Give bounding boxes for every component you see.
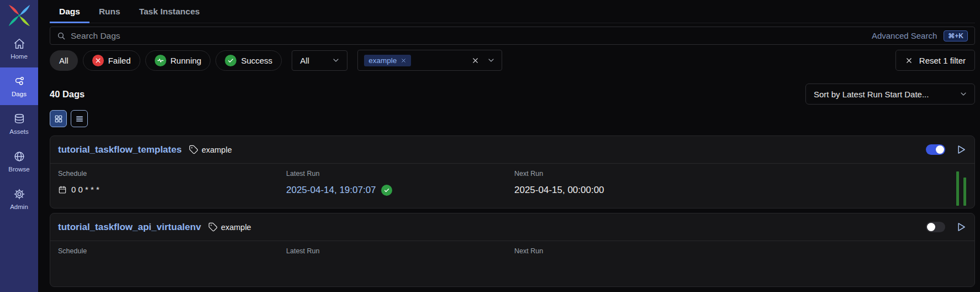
- selected-tag-label: example: [368, 56, 397, 65]
- remove-tag-icon[interactable]: [401, 58, 407, 64]
- filter-chip-label: Running: [171, 56, 202, 65]
- play-icon: [955, 221, 967, 233]
- run-bar[interactable]: [963, 178, 966, 206]
- dag-enabled-toggle[interactable]: [926, 222, 945, 232]
- grid-view-icon: [54, 114, 63, 123]
- tab-dags[interactable]: Dags: [50, 7, 89, 23]
- dag-card-body: Schedule 0 0 * * * Latest Run 2025-04-14…: [50, 164, 974, 208]
- filter-chip-label: Failed: [108, 56, 131, 65]
- run-history-bars: [956, 171, 966, 206]
- state-filter-value: All: [300, 56, 309, 65]
- tag-filter-multiselect[interactable]: example: [357, 50, 502, 71]
- tab-runs[interactable]: Runs: [89, 7, 130, 23]
- tag-icon: [208, 222, 218, 232]
- filters-row: All Failed Running Success All example: [50, 50, 975, 71]
- sort-select[interactable]: Sort by Latest Run Start Date...: [805, 84, 975, 105]
- airflow-app: Home Dags Assets Browse Admin Dags Runs …: [0, 0, 980, 292]
- dag-tag-label: example: [221, 223, 251, 232]
- dag-card-header: tutorial_taskflow_templates example: [50, 136, 974, 164]
- clear-tags-icon[interactable]: [471, 56, 480, 65]
- dag-title-link[interactable]: tutorial_taskflow_api_virtualenv: [58, 222, 201, 233]
- sidebar-item-label: Assets: [9, 128, 29, 135]
- search-icon: [57, 32, 66, 40]
- close-icon: [905, 56, 913, 65]
- reset-filters-label: Reset 1 filter: [919, 56, 966, 65]
- shortcut-badge: ⌘+K: [944, 30, 968, 41]
- chevron-down-icon: [959, 90, 968, 98]
- sidebar-item-label: Home: [10, 53, 28, 60]
- filter-chip-label: Success: [241, 56, 272, 65]
- filter-chip-all[interactable]: All: [50, 50, 78, 71]
- latest-run-column: Latest Run 2025-04-14, 19:07:07: [286, 170, 514, 204]
- schedule-label: Schedule: [58, 247, 286, 255]
- dag-card-actions: [926, 144, 967, 155]
- dag-card: tutorial_taskflow_templates example Sche…: [50, 135, 975, 208]
- multiselect-controls: [471, 56, 496, 65]
- airflow-logo-icon[interactable]: [7, 3, 32, 28]
- reset-filters-button[interactable]: Reset 1 filter: [895, 50, 975, 71]
- sidebar-item-home[interactable]: Home: [0, 30, 38, 67]
- tag-icon: [189, 145, 198, 154]
- selected-tag-pill[interactable]: example: [364, 55, 411, 66]
- trigger-dag-button[interactable]: [955, 221, 967, 233]
- toggle-knob: [927, 223, 935, 231]
- schedule-column: Schedule 0 0 * * *: [58, 170, 286, 204]
- next-run-label: Next Run: [514, 170, 742, 178]
- globe-icon: [13, 150, 25, 163]
- success-status-icon: [381, 185, 392, 196]
- database-icon: [13, 113, 25, 125]
- filter-chip-failed[interactable]: Failed: [83, 50, 140, 71]
- list-view-icon: [75, 114, 84, 123]
- sidebar-item-admin[interactable]: Admin: [0, 180, 38, 218]
- advanced-search-link[interactable]: Advanced Search: [872, 31, 937, 40]
- schedule-value: 0 0 * * *: [58, 185, 99, 194]
- sidebar-item-label: Admin: [10, 204, 28, 210]
- next-run-value: 2025-04-15, 00:00:00: [514, 185, 604, 196]
- sidebar-item-dags[interactable]: Dags: [0, 67, 38, 105]
- search-right: Advanced Search ⌘+K: [872, 30, 968, 41]
- view-toggle-group: [50, 110, 975, 127]
- top-tabs: Dags Runs Task Instances: [50, 0, 975, 23]
- next-run-column: Next Run 2025-04-15, 00:00:00: [514, 170, 742, 204]
- sort-select-value: Sort by Latest Run Start Date...: [814, 90, 929, 99]
- dag-card-header: tutorial_taskflow_api_virtualenv example: [50, 213, 974, 241]
- dag-count: 40 Dags: [50, 89, 85, 100]
- run-bar[interactable]: [956, 171, 959, 206]
- success-status-icon: [225, 55, 236, 66]
- dag-card-actions: [926, 221, 967, 233]
- search-bar[interactable]: Search Dags Advanced Search ⌘+K: [50, 27, 975, 45]
- main-content: Dags Runs Task Instances Search Dags Adv…: [38, 0, 980, 292]
- failed-status-icon: [92, 55, 104, 66]
- card-view-button[interactable]: [50, 110, 67, 127]
- dag-tag[interactable]: example: [189, 145, 232, 154]
- calendar-icon: [58, 185, 67, 194]
- play-icon: [955, 144, 967, 155]
- next-run-column: Next Run: [514, 247, 742, 282]
- dag-card-body: Schedule Latest Run Next Run: [50, 241, 974, 286]
- tab-task-instances[interactable]: Task Instances: [130, 7, 209, 23]
- filter-chip-label: All: [59, 56, 69, 65]
- toggle-knob: [936, 145, 944, 154]
- latest-run-label: Latest Run: [286, 247, 514, 255]
- state-filter-select[interactable]: All: [292, 50, 347, 71]
- next-run-label: Next Run: [514, 247, 742, 255]
- results-header: 40 Dags Sort by Latest Run Start Date...: [50, 84, 975, 105]
- trigger-dag-button[interactable]: [955, 144, 967, 155]
- sidebar-item-browse[interactable]: Browse: [0, 143, 38, 180]
- filter-chip-running[interactable]: Running: [145, 50, 211, 71]
- sidebar-item-label: Dags: [12, 91, 27, 97]
- dag-enabled-toggle[interactable]: [926, 144, 945, 155]
- dag-tag-label: example: [202, 145, 232, 154]
- sidebar-item-assets[interactable]: Assets: [0, 105, 38, 143]
- gear-icon: [13, 188, 25, 200]
- filter-chip-success[interactable]: Success: [215, 50, 282, 71]
- dags-icon: [13, 75, 25, 87]
- search-input[interactable]: Search Dags: [71, 31, 120, 41]
- chevron-down-icon[interactable]: [487, 56, 496, 65]
- dag-tag[interactable]: example: [208, 222, 251, 232]
- schedule-column: Schedule: [58, 247, 286, 282]
- dag-title-link[interactable]: tutorial_taskflow_templates: [58, 144, 182, 155]
- latest-run-link[interactable]: 2025-04-14, 19:07:07: [286, 185, 376, 196]
- list-view-button[interactable]: [71, 110, 88, 127]
- latest-run-column: Latest Run: [286, 247, 514, 282]
